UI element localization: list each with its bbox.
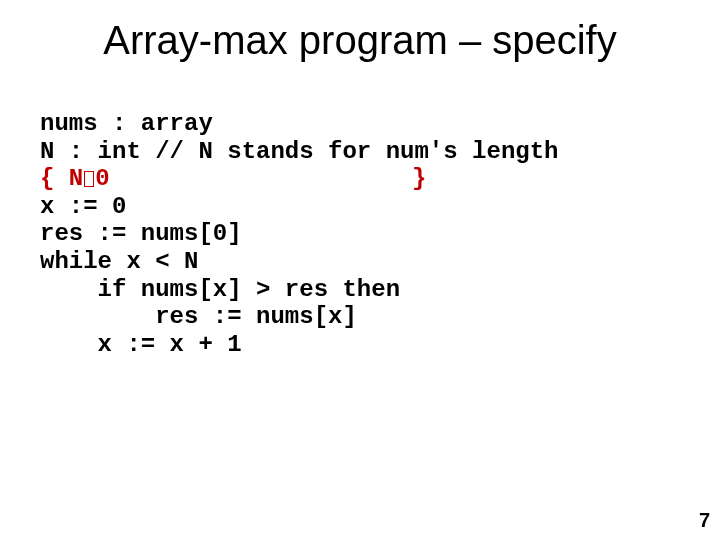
code-line-8: res := nums[x] (40, 303, 357, 330)
code-line-7: if nums[x] > res then (40, 276, 400, 303)
precondition-line: { N0 } (40, 165, 426, 192)
code-block: nums : array N : int // N stands for num… (40, 110, 558, 358)
code-line-2: N : int // N stands for num's length (40, 138, 558, 165)
code-line-6: while x < N (40, 248, 198, 275)
page-number: 7 (699, 509, 710, 532)
slide-title: Array-max program – specify (0, 0, 720, 63)
code-line-9: x := x + 1 (40, 331, 242, 358)
precond-close: } (110, 165, 427, 192)
code-line-4: x := 0 (40, 193, 126, 220)
code-line-1: nums : array (40, 110, 213, 137)
slide: Array-max program – specify nums : array… (0, 0, 720, 540)
relation-glyph-icon (84, 171, 94, 187)
precond-open: { N (40, 165, 83, 192)
precond-zero: 0 (95, 165, 109, 192)
code-line-5: res := nums[0] (40, 220, 242, 247)
